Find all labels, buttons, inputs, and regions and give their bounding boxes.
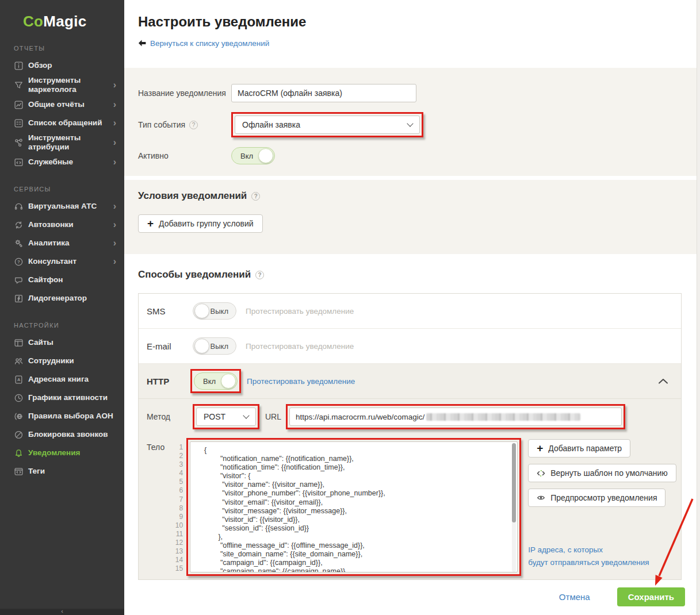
call-blocking-icon — [14, 430, 24, 440]
body-textarea[interactable]: { "notification_name": {{notification_na… — [190, 441, 518, 572]
email-row: E-mail Выкл Протестировать уведомление — [139, 329, 681, 364]
back-to-notifications-link[interactable]: Вернуться к списку уведомлений — [138, 39, 269, 48]
sidebar-nav: ОТЧЕТЫОбзорИнструменты маркетолога›Общие… — [0, 45, 124, 481]
toggle-knob — [221, 374, 236, 389]
svg-text:?: ? — [17, 259, 20, 264]
add-parameter-button[interactable]: + Добавить параметр — [528, 439, 630, 458]
sidebar-item-analytics[interactable]: Аналитика› — [0, 234, 124, 252]
help-icon[interactable]: ? — [255, 271, 264, 279]
toggle-state-label: Вкл — [240, 152, 253, 160]
chevron-right-icon: › — [113, 203, 116, 210]
sidebar-item-overview[interactable]: Обзор — [0, 56, 124, 75]
notification-methods-card: SMS Выкл Протестировать уведомление E-ma… — [138, 293, 682, 580]
methods-section: Способы уведомлений ? SMS Выкл Протестир… — [124, 254, 700, 615]
email-toggle[interactable]: Выкл — [193, 337, 236, 355]
sidebar-item-requests-list[interactable]: Список обращений› — [0, 114, 124, 132]
url-label: URL — [265, 412, 281, 421]
sms-label: SMS — [147, 306, 193, 316]
add-parameter-label: Добавить параметр — [548, 444, 622, 453]
sidebar-item-consultant[interactable]: ?Консультант› — [0, 252, 124, 271]
tags-icon — [14, 467, 24, 476]
sidebar-item-sites[interactable]: Сайты — [0, 333, 124, 352]
sidebar: CoMagic ОТЧЕТЫОбзорИнструменты маркетоло… — [0, 0, 124, 615]
annotation-box-body: { "notification_name": {{notification_na… — [186, 438, 521, 576]
sidebar-item-virtual-pbx[interactable]: Виртуальная АТС› — [0, 197, 124, 216]
app-window: CoMagic ОТЧЕТЫОбзорИнструменты маркетоло… — [0, 0, 700, 615]
line-numbers: 123456789101112131415 — [165, 438, 183, 573]
http-method-select[interactable]: POST — [196, 408, 256, 426]
sidebar-item-label: Сайты — [28, 338, 116, 347]
reset-template-button[interactable]: Вернуть шаблон по умолчанию — [528, 464, 676, 482]
caller-id-rules-icon — [14, 412, 24, 421]
sidebar-item-label: Сайтфон — [28, 275, 116, 285]
help-icon[interactable]: ? — [189, 121, 198, 129]
sidebar-item-address-book[interactable]: AАдресная книга — [0, 370, 124, 389]
page-title: Настроить уведомление — [138, 14, 700, 30]
body-label: Тело — [140, 438, 165, 452]
sidebar-item-activity-charts[interactable]: Графики активности — [0, 389, 124, 407]
sidebar-item-label: Блокировка звонков — [28, 430, 116, 439]
toggle-state-label: Вкл — [203, 377, 216, 386]
http-row: HTTP Вкл Протестировать уведомление — [139, 364, 681, 399]
methods-title-text: Способы уведомлений — [138, 269, 251, 280]
employees-icon — [14, 356, 24, 366]
email-label: E-mail — [147, 341, 193, 351]
add-condition-group-button[interactable]: + Добавить группу условий — [138, 214, 263, 233]
http-toggle[interactable]: Вкл — [194, 372, 238, 390]
method-label: Метод — [140, 412, 193, 421]
sidebar-collapse-handle[interactable]: ‹ — [0, 609, 124, 615]
sms-row: SMS Выкл Протестировать уведомление — [139, 294, 681, 329]
notification-name-input[interactable] — [231, 84, 416, 102]
sidebar-item-sitephone[interactable]: Сайтфон — [0, 271, 124, 289]
toggle-state-label: Выкл — [211, 307, 228, 316]
sidebar-item-label: Общие отчёты — [28, 100, 113, 109]
collapse-http-chevron-up-icon[interactable] — [658, 378, 668, 385]
sidebar-item-label: Служебные — [28, 157, 113, 167]
url-input[interactable]: https://api.macrocrm.ru/web/comagic/ — [289, 408, 622, 426]
comagic-logo[interactable]: CoMagic — [23, 13, 124, 30]
sidebar-item-label: Графики активности — [28, 393, 116, 402]
editor-scrollbar-thumb[interactable] — [512, 443, 516, 522]
virtual-pbx-icon — [14, 202, 24, 212]
sidebar-item-caller-id-rules[interactable]: Правила выбора АОН — [0, 407, 124, 425]
conditions-title: Условия уведомлений ? — [138, 190, 686, 202]
cancel-link[interactable]: Отмена — [559, 592, 590, 602]
funnel-icon — [14, 80, 24, 90]
sidebar-item-label: Консультант — [28, 257, 113, 266]
sidebar-item-employees[interactable]: Сотрудники — [0, 352, 124, 370]
chevron-right-icon: › — [113, 82, 116, 89]
page-scrollbar[interactable] — [697, 0, 700, 615]
http-test-link[interactable]: Протестировать уведомление — [247, 377, 355, 386]
help-icon[interactable]: ? — [251, 192, 260, 201]
sidebar-item-service[interactable]: Служебные› — [0, 153, 124, 171]
sidebar-item-attribution[interactable]: Инструменты атрибуции› — [0, 132, 124, 153]
ip-addresses-link[interactable]: IP адреса, с которых будут отправляться … — [528, 544, 649, 569]
main-content: Настроить уведомление Вернуться к списку… — [124, 0, 700, 615]
toggle-knob — [258, 148, 273, 163]
editor-scrollbar[interactable] — [512, 443, 516, 572]
active-toggle[interactable]: Вкл — [231, 147, 275, 164]
sidebar-item-tags[interactable]: Теги — [0, 462, 124, 481]
sidebar-item-reports[interactable]: Общие отчёты› — [0, 95, 124, 114]
plus-icon: + — [537, 444, 543, 452]
sidebar-item-bell[interactable]: Уведомления — [0, 444, 124, 462]
preview-notification-button[interactable]: Предпросмотр уведомления — [528, 489, 665, 507]
chevron-right-icon: › — [113, 221, 116, 228]
chevron-right-icon: › — [113, 258, 116, 265]
reports-icon — [14, 100, 24, 110]
save-button[interactable]: Сохранить — [617, 587, 685, 606]
sidebar-item-autocalls[interactable]: Автозвонки› — [0, 216, 124, 234]
chevron-right-icon: › — [113, 240, 116, 247]
event-type-label-text: Тип события — [138, 120, 185, 129]
sidebar-item-call-blocking[interactable]: Блокировка звонков — [0, 425, 124, 444]
sidebar-section-title: СЕРВИСЫ — [14, 186, 110, 193]
sms-toggle[interactable]: Выкл — [193, 302, 236, 320]
sidebar-item-funnel[interactable]: Инструменты маркетолога› — [0, 75, 124, 95]
event-type-select[interactable]: Офлайн заявка — [235, 116, 420, 134]
sidebar-item-label: Инструменты атрибуции — [28, 133, 113, 152]
consultant-icon: ? — [14, 257, 24, 267]
sidebar-section-title: НАСТРОЙКИ — [14, 322, 110, 329]
http-label: HTTP — [147, 376, 193, 386]
annotation-box-url: https://api.macrocrm.ru/web/comagic/ — [286, 404, 625, 429]
sidebar-item-leadgen[interactable]: Лидогенератор — [0, 289, 124, 308]
